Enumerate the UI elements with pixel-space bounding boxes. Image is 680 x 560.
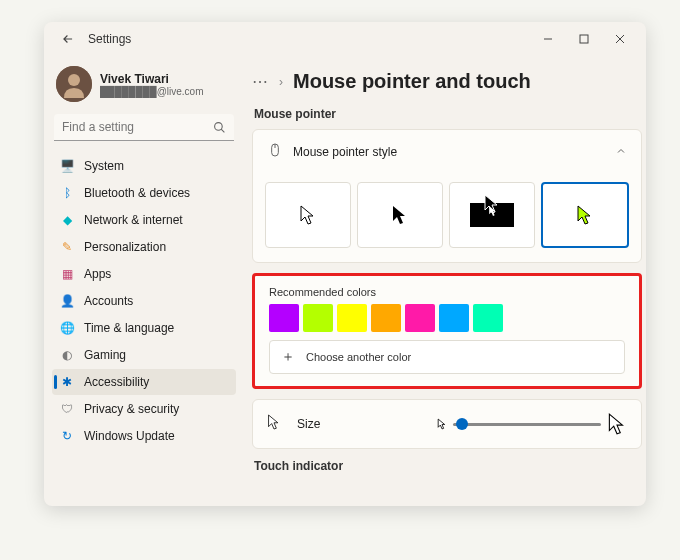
user-profile[interactable]: Vivek Tiwari ████████@live.com — [52, 62, 236, 114]
color-swatch-5[interactable] — [439, 304, 469, 332]
nav-label: Windows Update — [84, 429, 175, 443]
nav-list: 🖥️SystemᛒBluetooth & devices◆Network & i… — [52, 153, 236, 449]
sidebar-item-gaming[interactable]: ◐Gaming — [52, 342, 236, 368]
sidebar: Vivek Tiwari ████████@live.com 🖥️Systemᛒ… — [44, 56, 244, 506]
nav-label: Gaming — [84, 348, 126, 362]
back-button[interactable] — [56, 27, 80, 51]
cursor-icon — [267, 413, 281, 435]
search-input[interactable] — [54, 114, 234, 141]
choose-another-color[interactable]: ＋ Choose another color — [269, 340, 625, 374]
nav-icon: ◆ — [60, 213, 74, 227]
nav-label: Accessibility — [84, 375, 149, 389]
nav-icon: 👤 — [60, 294, 74, 308]
color-swatch-1[interactable] — [303, 304, 333, 332]
search-icon — [213, 120, 226, 138]
color-swatches — [269, 304, 625, 332]
sidebar-item-windows-update[interactable]: ↻Windows Update — [52, 423, 236, 449]
nav-icon: 🛡 — [60, 402, 74, 416]
nav-icon: ↻ — [60, 429, 74, 443]
sidebar-item-time-language[interactable]: 🌐Time & language — [52, 315, 236, 341]
window-controls — [530, 25, 638, 53]
close-button[interactable] — [602, 25, 638, 53]
color-swatch-4[interactable] — [405, 304, 435, 332]
color-swatch-0[interactable] — [269, 304, 299, 332]
nav-label: Accounts — [84, 294, 133, 308]
pointer-style-inverted[interactable] — [449, 182, 535, 248]
nav-icon: ᛒ — [60, 186, 74, 200]
sidebar-item-privacy-security[interactable]: 🛡Privacy & security — [52, 396, 236, 422]
color-swatch-3[interactable] — [371, 304, 401, 332]
minimize-button[interactable] — [530, 25, 566, 53]
nav-icon: ▦ — [60, 267, 74, 281]
pointer-style-header[interactable]: Mouse pointer style — [253, 130, 641, 174]
chevron-right-icon: › — [279, 75, 283, 89]
main-content: ⋯ › Mouse pointer and touch Mouse pointe… — [244, 56, 646, 506]
section-touch-indicator: Touch indicator — [254, 459, 642, 473]
nav-icon: 🖥️ — [60, 159, 74, 173]
cursor-small-icon — [437, 418, 447, 430]
nav-icon: 🌐 — [60, 321, 74, 335]
search-field[interactable] — [54, 114, 234, 141]
svg-point-2 — [68, 74, 80, 86]
sidebar-item-network-internet[interactable]: ◆Network & internet — [52, 207, 236, 233]
size-slider[interactable] — [453, 423, 601, 426]
color-swatch-6[interactable] — [473, 304, 503, 332]
pointer-style-label: Mouse pointer style — [293, 145, 397, 159]
nav-label: System — [84, 159, 124, 173]
nav-icon: ✎ — [60, 240, 74, 254]
sidebar-item-apps[interactable]: ▦Apps — [52, 261, 236, 287]
size-label: Size — [297, 417, 320, 431]
pointer-style-card: Mouse pointer style — [252, 129, 642, 263]
pointer-style-options — [253, 174, 641, 262]
settings-window: Settings Vivek Tiwari ████████@live.com — [44, 22, 646, 506]
choose-another-label: Choose another color — [306, 351, 411, 363]
user-email: ████████@live.com — [100, 86, 204, 97]
sidebar-item-system[interactable]: 🖥️System — [52, 153, 236, 179]
sidebar-item-bluetooth-devices[interactable]: ᛒBluetooth & devices — [52, 180, 236, 206]
nav-label: Personalization — [84, 240, 166, 254]
nav-label: Time & language — [84, 321, 174, 335]
svg-rect-0 — [580, 35, 588, 43]
mouse-icon — [267, 142, 283, 162]
titlebar: Settings — [44, 22, 646, 56]
recommended-colors-label: Recommended colors — [269, 286, 625, 298]
nav-label: Apps — [84, 267, 111, 281]
app-title: Settings — [88, 32, 131, 46]
size-slider-wrap — [437, 412, 627, 436]
avatar — [56, 66, 92, 102]
plus-icon: ＋ — [280, 349, 296, 365]
nav-label: Bluetooth & devices — [84, 186, 190, 200]
size-card: Size — [252, 399, 642, 449]
slider-thumb[interactable] — [456, 418, 468, 430]
user-name: Vivek Tiwari — [100, 72, 204, 86]
sidebar-item-personalization[interactable]: ✎Personalization — [52, 234, 236, 260]
pointer-style-white[interactable] — [265, 182, 351, 248]
nav-label: Privacy & security — [84, 402, 179, 416]
svg-point-3 — [215, 123, 223, 131]
nav-icon: ◐ — [60, 348, 74, 362]
chevron-up-icon — [615, 143, 627, 161]
sidebar-item-accessibility[interactable]: ✱Accessibility — [52, 369, 236, 395]
page-title: Mouse pointer and touch — [293, 70, 531, 93]
sidebar-item-accounts[interactable]: 👤Accounts — [52, 288, 236, 314]
recommended-colors-card: Recommended colors ＋ Choose another colo… — [252, 273, 642, 389]
maximize-button[interactable] — [566, 25, 602, 53]
cursor-large-icon — [607, 412, 627, 436]
breadcrumb: ⋯ › Mouse pointer and touch — [252, 70, 642, 93]
nav-icon: ✱ — [60, 375, 74, 389]
nav-label: Network & internet — [84, 213, 183, 227]
pointer-style-custom[interactable] — [541, 182, 629, 248]
color-swatch-2[interactable] — [337, 304, 367, 332]
breadcrumb-more-icon[interactable]: ⋯ — [252, 72, 269, 91]
pointer-style-black[interactable] — [357, 182, 443, 248]
section-mouse-pointer: Mouse pointer — [254, 107, 642, 121]
